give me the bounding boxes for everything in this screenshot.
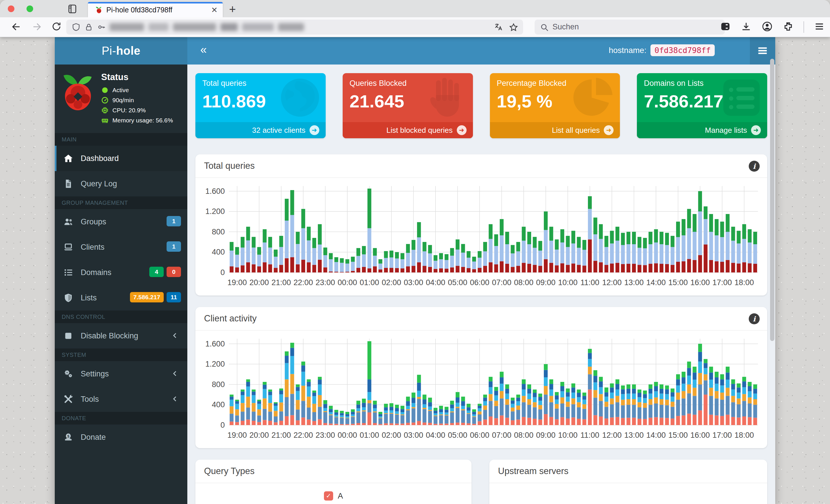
users-icon (63, 217, 73, 227)
firefox-view-icon[interactable] (66, 4, 79, 14)
panel-title: Query Types (204, 466, 254, 476)
chevron-left-icon (171, 370, 179, 377)
macos-close-button[interactable] (8, 5, 14, 12)
client-activity-chart[interactable]: 04008001.2001.60019:0020:0021:0022:0023:… (201, 334, 761, 444)
sidebar-item-lists[interactable]: Lists7.586.21711 (55, 285, 187, 310)
list-alt-icon (720, 76, 763, 119)
url-bar[interactable] (66, 20, 523, 35)
hostname-label: hostname: (609, 46, 646, 55)
back-button[interactable] (11, 21, 22, 35)
key-icon[interactable] (97, 23, 106, 33)
total-queries-chart[interactable]: 04008001.2001.60019:0020:0021:0022:0023:… (201, 181, 761, 292)
sidebar-item-label: Query Log (81, 179, 117, 188)
page-scrollbar-thumb[interactable] (770, 59, 774, 341)
svg-text:$: $ (67, 434, 69, 438)
tab-close-icon[interactable]: ✕ (211, 5, 218, 15)
sidebar-item-domains[interactable]: Domains40 (55, 260, 187, 285)
sidebar-item-label: Clients (81, 243, 105, 252)
sidebar-item-tools[interactable]: Tools (55, 387, 187, 412)
macos-minimize-button[interactable] (0, 5, 7, 12)
search-input[interactable]: Suchen (535, 20, 725, 35)
card-title: Percentage Blocked (497, 79, 567, 88)
shield-icon[interactable] (71, 23, 81, 33)
status-item-text: CPU: 20.9% (113, 107, 146, 114)
app-menu-icon[interactable] (814, 21, 825, 33)
status-item: CPU: 20.9% (101, 107, 173, 114)
info-icon[interactable]: i (749, 161, 760, 172)
stop-icon (63, 331, 73, 341)
svg-text:07:00: 07:00 (492, 278, 512, 287)
summary-card-3: Domains on Lists7.586.217Manage lists➜ (637, 73, 767, 138)
sidebar-item-settings[interactable]: Settings (55, 361, 187, 387)
donate-icon: $ (63, 432, 73, 442)
lock-icon[interactable] (84, 23, 93, 33)
card-footer-link[interactable]: List all queries➜ (490, 122, 620, 138)
legend-checkbox[interactable]: ✓ (324, 491, 333, 501)
bookmark-star-icon[interactable] (509, 23, 518, 33)
card-footer-link[interactable]: Manage lists➜ (637, 122, 767, 138)
sidebar-badge: 1 (167, 216, 181, 226)
panel-title: Total queries (204, 161, 255, 171)
wrench-icon (63, 394, 73, 404)
card-footer-label: 32 active clients (252, 126, 306, 135)
card-footer-link[interactable]: 32 active clients➜ (195, 122, 326, 138)
summary-card-2: Percentage Blocked19,5 %List all queries… (490, 73, 620, 138)
sidebar-item-query-log[interactable]: Query Log (55, 171, 187, 196)
sidebar-collapse-icon[interactable]: « (200, 43, 206, 56)
svg-text:14:00: 14:00 (646, 431, 666, 439)
account-icon[interactable] (761, 21, 773, 33)
pihole-raspberry-logo (60, 71, 96, 127)
svg-text:23:00: 23:00 (316, 278, 335, 287)
sidebar-item-donate[interactable]: $Donate (55, 425, 187, 450)
pihole-logo[interactable]: Pi-hole (55, 37, 187, 65)
hand-icon (426, 76, 469, 119)
svg-text:1.200: 1.200 (205, 207, 225, 216)
card-footer-link[interactable]: List blocked queries➜ (343, 122, 473, 138)
toolbar-separator (803, 21, 804, 33)
gauge-icon (101, 97, 109, 104)
macos-zoom-button[interactable] (27, 5, 33, 12)
total-queries-panel: Total queries i 04008001.2001.60019:0020… (195, 155, 767, 296)
svg-text:08:00: 08:00 (514, 431, 534, 439)
sidebar-item-label: Donate (81, 433, 106, 442)
downloads-icon[interactable] (741, 21, 752, 33)
reload-button[interactable] (51, 21, 62, 34)
svg-text:03:00: 03:00 (404, 431, 423, 439)
svg-text:10:00: 10:00 (558, 431, 578, 439)
svg-text:17:00: 17:00 (712, 278, 732, 287)
new-tab-button[interactable]: + (229, 3, 236, 16)
svg-text:800: 800 (212, 228, 225, 236)
svg-text:11:00: 11:00 (580, 431, 600, 439)
hostname-value: 0fd38cd798ff (650, 44, 715, 56)
svg-text:03:00: 03:00 (404, 278, 423, 287)
svg-text:05:00: 05:00 (448, 278, 468, 287)
info-icon[interactable]: i (749, 313, 760, 324)
translate-icon[interactable] (494, 23, 503, 33)
sidebar-section-header: GROUP MANAGEMENT (55, 196, 187, 209)
browser-tab[interactable]: Pi-hole 0fd38cd798ff ✕ (88, 2, 223, 17)
sidebar-panel-icon[interactable] (720, 21, 731, 33)
forward-button[interactable] (31, 21, 42, 35)
laptop-icon (63, 242, 73, 252)
status-item: 90q/min (101, 97, 173, 104)
card-value: 7.586.217 (644, 91, 723, 111)
svg-text:04:00: 04:00 (426, 431, 445, 439)
circle-icon (101, 87, 109, 94)
arrow-circle-icon: ➜ (457, 125, 467, 135)
sidebar-item-disable-blocking[interactable]: Disable Blocking (55, 323, 187, 348)
sidebar-item-dashboard[interactable]: Dashboard (55, 146, 187, 171)
sidebar-item-label: Tools (81, 395, 99, 404)
arrow-circle-icon: ➜ (604, 125, 613, 135)
svg-text:11:00: 11:00 (580, 278, 600, 287)
extensions-icon[interactable] (783, 21, 794, 33)
file-icon (63, 179, 73, 189)
sidebar-section-header: DNS CONTROL (55, 310, 187, 323)
svg-text:1.200: 1.200 (205, 360, 225, 368)
card-value: 110.869 (202, 91, 266, 111)
svg-text:1.600: 1.600 (205, 340, 225, 348)
card-title: Domains on Lists (644, 79, 703, 88)
svg-text:0: 0 (220, 268, 225, 277)
sidebar-item-clients[interactable]: Clients1 (55, 234, 187, 260)
sidebar-item-groups[interactable]: Groups1 (55, 209, 187, 234)
sidebar-badge: 0 (167, 267, 181, 277)
